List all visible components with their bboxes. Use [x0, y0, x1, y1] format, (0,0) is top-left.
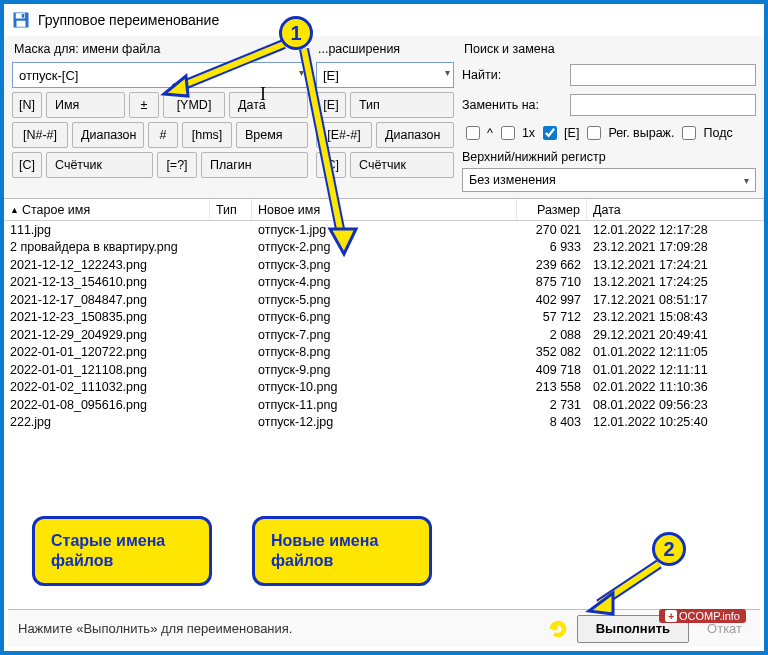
cell-old: 2022-01-01_120722.png	[4, 345, 210, 359]
table-row[interactable]: 2021-12-23_150835.pngотпуск-6.png57 7122…	[4, 309, 764, 327]
cell-new: отпуск-11.png	[252, 398, 517, 412]
counter-button[interactable]: Счётчик	[46, 152, 153, 178]
token-n-button[interactable]: [N]	[12, 92, 42, 118]
hash-button[interactable]: #	[148, 122, 178, 148]
cell-new: отпуск-8.png	[252, 345, 517, 359]
replace-label: Заменить на:	[462, 98, 564, 112]
table-row[interactable]: 2 провайдера в квартиру.pngотпуск-2.png6…	[4, 239, 764, 257]
ext-checkbox[interactable]	[543, 126, 557, 140]
cell-new: отпуск-2.png	[252, 240, 517, 254]
table-row[interactable]: 2021-12-17_084847.pngотпуск-5.png402 997…	[4, 291, 764, 309]
cell-new: отпуск-3.png	[252, 258, 517, 272]
cell-new: отпуск-7.png	[252, 328, 517, 342]
token-range-button[interactable]: [N#-#]	[12, 122, 68, 148]
find-label: Найти:	[462, 68, 564, 82]
svg-marker-9	[330, 229, 356, 254]
search-replace-column: Поиск и замена Найти: Заменить на: ^ 1x …	[462, 40, 756, 192]
cell-old: 2021-12-13_154610.png	[4, 275, 210, 289]
col-ext[interactable]: Тип	[210, 199, 252, 220]
hint-text: Нажмите «Выполнить» для переименования.	[18, 621, 539, 636]
svg-line-5	[174, 44, 284, 89]
token-c-button[interactable]: [C]	[12, 152, 42, 178]
window-title: Групповое переименование	[38, 12, 219, 28]
undo-icon[interactable]	[549, 620, 567, 638]
watermark: +OCOMP.info	[659, 609, 746, 623]
range-button[interactable]: Диапазон	[72, 122, 144, 148]
regex-checkbox[interactable]	[587, 126, 601, 140]
rollback-button[interactable]: Откат	[699, 621, 750, 636]
ext-type-button[interactable]: Тип	[350, 92, 454, 118]
cell-new: отпуск-1.jpg	[252, 223, 517, 237]
cell-new: отпуск-6.png	[252, 310, 517, 324]
col-size[interactable]: Размер	[517, 199, 587, 220]
options-row: ^ 1x [E] Рег. выраж. Подс	[462, 122, 756, 144]
titlebar: Групповое переименование	[4, 4, 764, 36]
cell-date: 08.01.2022 09:56:23	[587, 398, 764, 412]
ext-counter-button[interactable]: Счётчик	[350, 152, 454, 178]
svg-rect-2	[17, 21, 26, 27]
table-row[interactable]: 2021-12-12_122243.pngотпуск-3.png239 662…	[4, 256, 764, 274]
subst-checkbox[interactable]	[682, 126, 696, 140]
replace-input[interactable]	[570, 94, 756, 116]
find-input[interactable]	[570, 64, 756, 86]
table-row[interactable]: 111.jpgотпуск-1.jpg270 02112.01.2022 12:…	[4, 221, 764, 239]
case-select[interactable]: Без изменения ▾	[462, 168, 756, 192]
search-label: Поиск и замена	[462, 40, 756, 58]
cell-date: 12.01.2022 12:17:28	[587, 223, 764, 237]
annotation-old-names: Старые имена файлов	[32, 516, 212, 586]
token-eqq-button[interactable]: [=?]	[157, 152, 197, 178]
annotation-arrow-2	[579, 559, 669, 619]
svg-marker-12	[589, 593, 613, 614]
chevron-down-icon: ▾	[744, 175, 749, 186]
once-checkbox[interactable]	[501, 126, 515, 140]
table-row[interactable]: 2022-01-02_111032.pngотпуск-10.png213 55…	[4, 379, 764, 397]
table-row[interactable]: 2022-01-01_121108.pngотпуск-9.png409 718…	[4, 361, 764, 379]
cell-size: 57 712	[517, 310, 587, 324]
col-date[interactable]: Дата	[587, 199, 764, 220]
table-row[interactable]: 222.jpgотпуск-12.jpg8 40312.01.2022 10:2…	[4, 414, 764, 432]
cell-size: 402 997	[517, 293, 587, 307]
cell-date: 23.12.2021 15:08:43	[587, 310, 764, 324]
table-row[interactable]: 2022-01-01_120722.pngотпуск-8.png352 082…	[4, 344, 764, 362]
cell-size: 270 021	[517, 223, 587, 237]
cell-new: отпуск-4.png	[252, 275, 517, 289]
cell-date: 12.01.2022 10:25:40	[587, 415, 764, 429]
cell-date: 02.01.2022 11:10:36	[587, 380, 764, 394]
svg-rect-3	[22, 14, 24, 18]
ext-range-button[interactable]: Диапазон	[376, 122, 454, 148]
text-cursor-icon: I	[260, 84, 266, 105]
table-row[interactable]: 2022-01-08_095616.pngотпуск-11.png2 7310…	[4, 396, 764, 414]
annotation-badge-1: 1	[279, 16, 313, 50]
svg-line-8	[304, 49, 342, 239]
cell-old: 222.jpg	[4, 415, 210, 429]
annotation-arrow-1a	[154, 34, 304, 104]
table-row[interactable]: 2021-12-29_204929.pngотпуск-7.png2 08829…	[4, 326, 764, 344]
cell-new: отпуск-5.png	[252, 293, 517, 307]
table-body: 111.jpgотпуск-1.jpg270 02112.01.2022 12:…	[4, 221, 764, 431]
options-panel: Маска для: имени файла ▾ [N] Имя ± [YMD]…	[4, 36, 764, 199]
annotation-new-names: Новые имена файлов	[252, 516, 432, 586]
cell-old: 2 провайдера в квартиру.png	[4, 240, 210, 254]
table-header: ▲Старое имя Тип Новое имя Размер Дата	[4, 199, 764, 221]
svg-marker-6	[164, 76, 188, 96]
plugin-button[interactable]: Плагин	[201, 152, 308, 178]
token-hms-button[interactable]: [hms]	[182, 122, 232, 148]
annotation-arrow-1b	[294, 44, 364, 264]
cell-old: 2022-01-08_095616.png	[4, 398, 210, 412]
cell-date: 29.12.2021 20:49:41	[587, 328, 764, 342]
cell-new: отпуск-12.jpg	[252, 415, 517, 429]
cell-date: 13.12.2021 17:24:25	[587, 275, 764, 289]
cell-old: 2021-12-17_084847.png	[4, 293, 210, 307]
cell-date: 01.01.2022 12:11:05	[587, 345, 764, 359]
cell-new: отпуск-10.png	[252, 380, 517, 394]
caret-checkbox[interactable]	[466, 126, 480, 140]
case-label: Верхний/нижний регистр	[462, 148, 756, 164]
col-new-name[interactable]: Новое имя	[252, 199, 517, 220]
cell-date: 17.12.2021 08:51:17	[587, 293, 764, 307]
name-button[interactable]: Имя	[46, 92, 125, 118]
cell-size: 352 082	[517, 345, 587, 359]
cell-old: 111.jpg	[4, 223, 210, 237]
table-row[interactable]: 2021-12-13_154610.pngотпуск-4.png875 710…	[4, 274, 764, 292]
col-old-name[interactable]: ▲Старое имя	[4, 199, 210, 220]
sort-asc-icon: ▲	[10, 205, 19, 215]
